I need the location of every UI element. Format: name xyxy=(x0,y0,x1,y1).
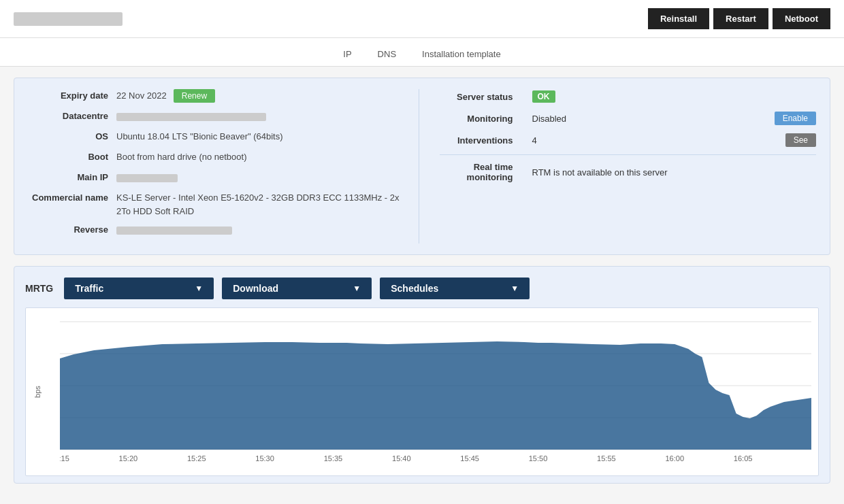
tab-installation-template[interactable]: Installation template xyxy=(419,45,504,66)
see-button[interactable]: See xyxy=(785,133,816,147)
svg-text:15:25: 15:25 xyxy=(187,454,206,463)
os-label: OS xyxy=(28,130,116,144)
interventions-value: 4 xyxy=(532,135,785,146)
info-left: Expiry date 22 Nov 2022 Renew Datacentre… xyxy=(28,89,405,243)
rtm-label: Real time monitoring xyxy=(440,162,521,182)
download-arrow-icon: ▼ xyxy=(353,284,361,293)
server-status-row: Server status OK xyxy=(440,89,817,104)
mrtg-panel: MRTG Traffic ▼ Download ▼ Schedules ▼ bp… xyxy=(14,266,830,484)
svg-text:15:55: 15:55 xyxy=(597,454,616,463)
renew-button[interactable]: Renew xyxy=(174,89,215,103)
schedules-label: Schedules xyxy=(391,283,438,294)
boot-label: Boot xyxy=(28,150,116,164)
svg-text:15:35: 15:35 xyxy=(324,454,343,463)
svg-text:16:00: 16:00 xyxy=(665,454,684,463)
main-ip-row: Main IP xyxy=(28,171,405,186)
expiry-date-value: 22 Nov 2022 xyxy=(116,89,167,103)
rtm-value: RTM is not available on this server xyxy=(532,167,817,178)
netboot-button[interactable]: Netboot xyxy=(773,8,830,29)
commercial-name-label: Commercial name xyxy=(28,191,116,205)
svg-text:15:30: 15:30 xyxy=(255,454,274,463)
svg-marker-10 xyxy=(60,341,811,450)
commercial-name-row: Commercial name KS-LE Server - Intel Xeo… xyxy=(28,191,405,218)
mrtg-label: MRTG xyxy=(25,283,53,294)
expiry-date-label: Expiry date xyxy=(28,89,116,103)
monitoring-value: Disabled xyxy=(532,114,775,124)
download-dropdown[interactable]: Download ▼ xyxy=(222,278,372,299)
restart-button[interactable]: Restart xyxy=(713,8,768,29)
traffic-dropdown[interactable]: Traffic ▼ xyxy=(64,278,214,299)
monitoring-label-val: Monitoring Disabled xyxy=(440,114,775,124)
svg-text:15:20: 15:20 xyxy=(119,454,138,463)
interventions-label-val: Interventions 4 xyxy=(440,135,785,146)
schedules-dropdown[interactable]: Schedules ▼ xyxy=(380,278,530,299)
boot-value: Boot from hard drive (no netboot) xyxy=(116,150,405,164)
rtm-row: Real time monitoring RTM is not availabl… xyxy=(440,162,817,182)
datacentre-row: Datacentre xyxy=(28,110,405,124)
datacentre-label: Datacentre xyxy=(28,110,116,123)
tab-ip[interactable]: IP xyxy=(340,45,354,66)
traffic-label: Traffic xyxy=(75,283,103,294)
svg-text:15:15: 15:15 xyxy=(60,454,69,463)
expiry-row: Expiry date 22 Nov 2022 Renew xyxy=(28,89,405,104)
interventions-row: Interventions 4 See xyxy=(440,133,817,148)
info-panel: Expiry date 22 Nov 2022 Renew Datacentre… xyxy=(14,78,830,255)
server-status-label: Server status xyxy=(440,92,521,102)
mrtg-chart: 4M 3M 2M 1M 0M 15:15 15:20 15:25 15:30 1… xyxy=(60,315,811,471)
server-status-label-val: Server status OK xyxy=(440,90,817,103)
main-ip-value xyxy=(116,171,405,184)
server-status-badge: OK xyxy=(532,90,555,103)
mrtg-controls: MRTG Traffic ▼ Download ▼ Schedules ▼ xyxy=(25,278,819,299)
chart-y-label: bps xyxy=(33,386,42,398)
logo-placeholder xyxy=(14,12,123,26)
reinstall-button[interactable]: Reinstall xyxy=(648,8,709,29)
os-row: OS Ubuntu 18.04 LTS "Bionic Beaver" (64b… xyxy=(28,130,405,145)
commercial-name-value: KS-LE Server - Intel Xeon E5-1620v2 - 32… xyxy=(116,191,405,218)
os-value: Ubuntu 18.04 LTS "Bionic Beaver" (64bits… xyxy=(116,130,405,144)
reverse-value xyxy=(116,223,405,237)
boot-row: Boot Boot from hard drive (no netboot) xyxy=(28,150,405,165)
svg-text:15:45: 15:45 xyxy=(460,454,479,463)
svg-text:16:05: 16:05 xyxy=(734,454,753,463)
monitoring-label: Monitoring xyxy=(440,114,521,124)
monitoring-row: Monitoring Disabled Enable xyxy=(440,111,817,126)
reverse-row: Reverse xyxy=(28,223,405,238)
top-buttons: Reinstall Restart Netboot xyxy=(648,8,830,29)
svg-text:15:40: 15:40 xyxy=(392,454,411,463)
chart-svg-wrap: 4M 3M 2M 1M 0M 15:15 15:20 15:25 15:30 1… xyxy=(60,315,811,471)
tabs-bar: IP DNS Installation template xyxy=(0,38,844,67)
enable-button[interactable]: Enable xyxy=(775,112,816,125)
top-bar: Reinstall Restart Netboot xyxy=(0,0,844,38)
download-label: Download xyxy=(233,283,278,294)
rtm-label-val: Real time monitoring RTM is not availabl… xyxy=(440,162,817,182)
chart-container: bps 4M 3M 2M 1M 0M xyxy=(25,307,819,476)
tab-dns[interactable]: DNS xyxy=(375,45,399,66)
reverse-label: Reverse xyxy=(28,223,116,237)
schedules-arrow-icon: ▼ xyxy=(510,284,519,293)
traffic-arrow-icon: ▼ xyxy=(195,284,203,293)
main-ip-label: Main IP xyxy=(28,171,116,184)
interventions-label: Interventions xyxy=(440,135,521,146)
datacentre-value xyxy=(116,110,405,123)
expiry-date-value-wrap: 22 Nov 2022 Renew xyxy=(116,89,405,103)
svg-text:15:50: 15:50 xyxy=(529,454,548,463)
main-content: Expiry date 22 Nov 2022 Renew Datacentre… xyxy=(0,67,844,494)
info-right: Server status OK Monitoring Disabled Ena… xyxy=(419,89,817,243)
